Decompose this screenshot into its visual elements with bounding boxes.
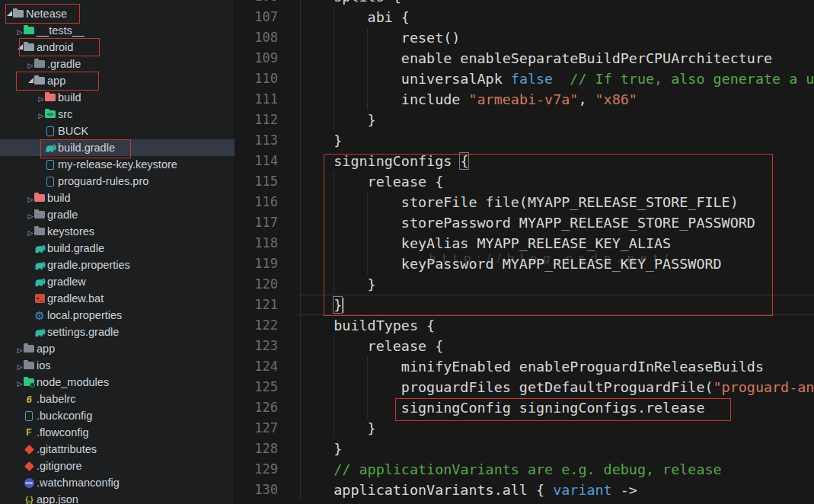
collapsed-twistie-icon[interactable]: ▷	[27, 209, 34, 221]
tree-item-keystores[interactable]: ▷keystores	[0, 223, 235, 240]
tree-item-android[interactable]: android	[0, 39, 235, 56]
file-tree: Netease▷__tests__android▷.gradleapp▷buil…	[0, 5, 235, 504]
code-line-113[interactable]: 113 }	[235, 130, 814, 151]
code-editor-pane[interactable]: 106 splits {107 abi {108 reset()109 enab…	[235, 0, 814, 504]
collapsed-twistie-icon[interactable]: ▷	[37, 108, 45, 120]
code-line-110[interactable]: 110 universalApk false // If true, also …	[235, 69, 814, 89]
code-line-126[interactable]: 126 signingConfig signingConfigs.release	[235, 397, 814, 418]
tree-item-gradle-properties[interactable]: gradle.properties	[0, 257, 235, 273]
code-line-120[interactable]: 120 }	[235, 274, 814, 295]
tree-item-my-release-key-keystore[interactable]: my-release-key.keystore	[0, 156, 235, 173]
collapsed-twistie-icon[interactable]: ▷	[16, 24, 24, 37]
line-number: 109	[235, 48, 278, 69]
line-number: 127	[235, 418, 278, 439]
line-number: 113	[235, 130, 278, 151]
collapsed-twistie-icon[interactable]: ▷	[16, 359, 24, 372]
tree-item-build-gradle[interactable]: build.gradle	[0, 139, 235, 156]
tree-item-build-gradle[interactable]: build.gradle	[0, 240, 235, 257]
open-folder-icon	[24, 41, 34, 53]
tree-item-gradle[interactable]: ▷gradle	[0, 206, 235, 223]
code-line-111[interactable]: 111 include "armeabi-v7a", "x86"	[235, 89, 814, 110]
tree-item-app-json[interactable]: {..}app.json	[0, 491, 235, 504]
code-line-114[interactable]: 114 signingConfigs {	[235, 151, 814, 171]
code-line-108[interactable]: 108 reset()	[235, 27, 814, 48]
tree-item-watchmanconfig[interactable]: xox.watchmanconfig	[0, 474, 235, 491]
collapsed-twistie-icon[interactable]: ▷	[16, 376, 24, 388]
tree-item-ios[interactable]: ▷ios	[0, 357, 235, 374]
code-line-text: include "armeabi-v7a", "x86"	[300, 89, 637, 110]
tree-item-label: android	[37, 41, 73, 53]
tree-item-buckconfig[interactable]: .buckconfig	[0, 407, 235, 424]
tree-item-label: app	[37, 343, 55, 355]
tree-item-proguard-rules-pro[interactable]: proguard-rules.pro	[0, 173, 235, 190]
tree-item-build[interactable]: ▷build	[0, 89, 235, 106]
tree-item-src[interactable]: ▷</>src	[0, 106, 235, 123]
gradle-elephant-icon	[34, 259, 45, 271]
code-line-109[interactable]: 109 enable enableSeparateBuildPerCPUArch…	[235, 48, 814, 69]
tree-item-label: ios	[37, 359, 51, 372]
code-line-121[interactable]: 121 }	[235, 295, 814, 315]
tree-item-label: .gitignore	[37, 460, 82, 472]
tree-item-label: my-release-key.keystore	[58, 158, 177, 171]
code-line-130[interactable]: 130 applicationVariants.all { variant ->	[235, 480, 814, 500]
tree-item-local-properties[interactable]: ⚙local.properties	[0, 307, 235, 324]
collapsed-twistie-icon[interactable]: ▷	[37, 91, 45, 104]
expanded-twistie-icon[interactable]	[5, 8, 13, 20]
line-number: 108	[235, 27, 278, 48]
code-line-112[interactable]: 112 }	[235, 110, 814, 130]
tree-item-gradlew-bat[interactable]: >_gradlew.bat	[0, 290, 235, 307]
tree-item-label: Netease	[26, 8, 67, 20]
collapsed-twistie-icon[interactable]: ▷	[27, 58, 34, 70]
tree-item-gitattributes[interactable]: .gitattributes	[0, 441, 235, 458]
line-number: 110	[235, 69, 278, 89]
code-line-124[interactable]: 124 minifyEnabled enableProguardInReleas…	[235, 356, 814, 377]
tree-item-build[interactable]: ▷build	[0, 190, 235, 206]
code-line-text: }	[300, 110, 376, 130]
tree-item-flowconfig[interactable]: F.flowconfig	[0, 424, 235, 441]
collapsed-twistie-icon[interactable]: ▷	[16, 343, 24, 355]
expanded-twistie-icon[interactable]	[16, 41, 24, 53]
file-explorer-sidebar: Netease▷__tests__android▷.gradleapp▷buil…	[0, 0, 235, 504]
tree-item-gitignore[interactable]: .gitignore	[0, 458, 235, 474]
expanded-twistie-icon[interactable]	[27, 75, 34, 87]
tree-item-label: .flowconfig	[37, 426, 89, 439]
code-line-text: signingConfig signingConfigs.release	[300, 397, 704, 418]
tree-item-babelrc[interactable]: 6.babelrc	[0, 391, 235, 407]
code-line-117[interactable]: 117 storePassword MYAPP_RELEASE_STORE_PA…	[235, 212, 814, 233]
tree-item-gradlew[interactable]: gradlew	[0, 273, 235, 290]
code-line-123[interactable]: 123 release {	[235, 336, 814, 356]
code-line-129[interactable]: 129 // applicationVariants are e.g. debu…	[235, 459, 814, 480]
code-line-128[interactable]: 128 }	[235, 439, 814, 459]
gradle-elephant-icon	[34, 242, 45, 254]
code-line-text: splits {	[300, 0, 401, 7]
tree-item-netease[interactable]: Netease	[0, 5, 235, 22]
code-line-115[interactable]: 115 release {	[235, 171, 814, 192]
tree-item-label: gradlew.bat	[47, 292, 104, 305]
watermark-text: http://blog.csdn.net/	[429, 251, 674, 265]
tree-item-gradle[interactable]: ▷.gradle	[0, 56, 235, 72]
code-line-127[interactable]: 127 }	[235, 418, 814, 439]
code-line-106[interactable]: 106 splits {	[235, 0, 814, 7]
tree-item-node-modules[interactable]: ▷node_modules	[0, 374, 235, 391]
gradle-elephant-icon	[34, 276, 45, 288]
tree-item-tests[interactable]: ▷__tests__	[0, 22, 235, 39]
code-line-118[interactable]: 118 keyAlias MYAPP_RELEASE_KEY_ALIAS	[235, 233, 814, 254]
tree-item-settings-gradle[interactable]: settings.gradle	[0, 324, 235, 340]
tree-item-app[interactable]: app	[0, 72, 235, 89]
tree-item-label: .babelrc	[37, 393, 76, 405]
collapsed-twistie-icon[interactable]: ▷	[27, 225, 34, 238]
babel-icon: 6	[24, 393, 34, 405]
line-number: 118	[235, 233, 278, 254]
tree-item-app[interactable]: ▷app	[0, 340, 235, 357]
code-line-125[interactable]: 125 proguardFiles getDefaultProguardFile…	[235, 377, 814, 397]
line-number: 114	[235, 151, 278, 171]
tree-item-label: local.properties	[47, 309, 122, 321]
tree-item-label: node_modules	[37, 376, 109, 388]
tree-item-buck[interactable]: BUCK	[0, 123, 235, 139]
code-line-122[interactable]: 122 buildTypes {	[235, 315, 814, 336]
gear-icon: ⚙	[34, 309, 45, 321]
code-line-107[interactable]: 107 abi {	[235, 7, 814, 27]
collapsed-twistie-icon[interactable]: ▷	[27, 192, 34, 204]
code-line-116[interactable]: 116 storeFile file(MYAPP_RELEASE_STORE_F…	[235, 192, 814, 212]
tree-item-label: BUCK	[58, 125, 88, 137]
